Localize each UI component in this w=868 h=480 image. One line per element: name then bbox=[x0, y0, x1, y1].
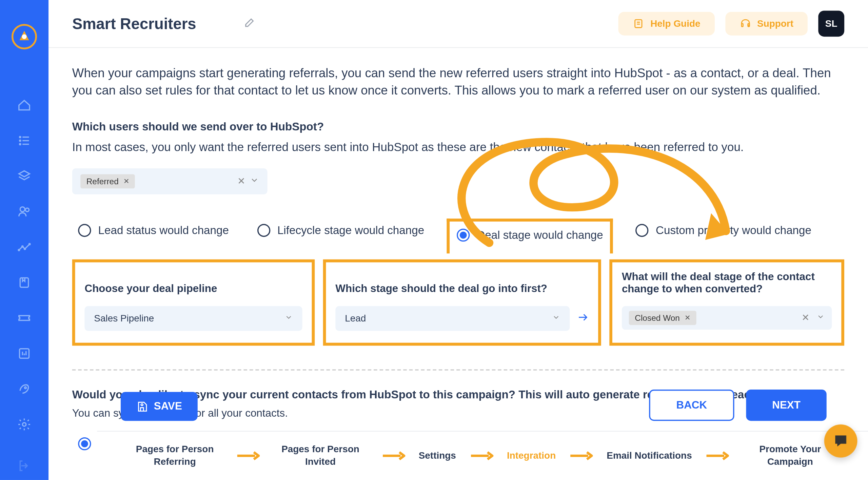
radio-icon bbox=[457, 229, 470, 242]
config-row: Choose your deal pipeline Sales Pipeline… bbox=[72, 259, 844, 346]
step-arrow-icon bbox=[706, 451, 729, 461]
chevron-down-icon bbox=[552, 313, 560, 324]
chat-button[interactable] bbox=[824, 424, 857, 458]
support-label: Support bbox=[757, 18, 793, 29]
layers-icon[interactable] bbox=[16, 168, 33, 185]
step-email-notifications[interactable]: Email Notifications bbox=[607, 450, 692, 462]
pipeline-select[interactable]: Sales Pipeline bbox=[85, 306, 302, 331]
step-promote[interactable]: Promote Your Campaign bbox=[743, 443, 837, 468]
svg-point-4 bbox=[20, 140, 21, 141]
svg-point-26 bbox=[141, 403, 143, 405]
clear-icon[interactable]: ✕ bbox=[237, 176, 245, 187]
step-pages-invited[interactable]: Pages for Person Invited bbox=[273, 443, 368, 468]
arrow-right-icon bbox=[577, 311, 589, 326]
chart-icon[interactable] bbox=[16, 345, 33, 362]
config-title: Choose your deal pipeline bbox=[85, 271, 302, 297]
chip-closed-won: Closed Won ✕ bbox=[629, 311, 696, 325]
logout-icon[interactable] bbox=[16, 458, 33, 474]
stepper: Pages for Person Referring Pages for Per… bbox=[97, 431, 868, 480]
select-value: Lead bbox=[345, 313, 366, 324]
svg-point-11 bbox=[22, 246, 23, 247]
book-icon bbox=[633, 18, 645, 29]
home-icon[interactable] bbox=[16, 97, 33, 113]
step-pages-referring[interactable]: Pages for Person Referring bbox=[127, 443, 222, 468]
chip-remove-icon[interactable]: ✕ bbox=[123, 177, 129, 185]
edit-icon[interactable] bbox=[243, 17, 255, 31]
help-guide-button[interactable]: Help Guide bbox=[618, 12, 714, 36]
save-button[interactable]: SAVE bbox=[121, 392, 197, 421]
chat-icon bbox=[832, 433, 849, 449]
converted-stage-select[interactable]: Closed Won ✕ ✕ bbox=[622, 306, 832, 330]
chevron-down-icon[interactable] bbox=[250, 175, 259, 187]
chevron-down-icon bbox=[284, 313, 293, 324]
header: Smart Recruiters Help Guide Support SL bbox=[48, 0, 868, 48]
config-title: Which stage should the deal go into firs… bbox=[335, 271, 589, 297]
step-settings[interactable]: Settings bbox=[419, 450, 456, 462]
radio-label: Lifecycle stage would change bbox=[277, 224, 424, 237]
chevron-down-icon bbox=[816, 313, 825, 323]
svg-point-12 bbox=[24, 248, 25, 249]
config-pipeline-box: Choose your deal pipeline Sales Pipeline bbox=[72, 259, 315, 346]
app-logo bbox=[11, 24, 37, 50]
users-icon[interactable] bbox=[16, 203, 33, 220]
svg-point-10 bbox=[18, 249, 19, 250]
radio-lifecycle[interactable]: Lifecycle stage would change bbox=[251, 218, 430, 243]
chip-label: Referred bbox=[86, 176, 119, 186]
ticket-icon[interactable] bbox=[16, 310, 33, 326]
step-arrow-icon bbox=[569, 451, 593, 461]
users-section-title: Which users should we send over to HubSp… bbox=[72, 121, 844, 133]
svg-rect-24 bbox=[741, 24, 743, 27]
step-arrow-icon bbox=[236, 451, 259, 461]
back-button[interactable]: BACK bbox=[649, 390, 734, 421]
svg-point-20 bbox=[22, 423, 26, 426]
svg-rect-21 bbox=[635, 20, 642, 27]
sidebar bbox=[0, 0, 48, 480]
radio-icon bbox=[78, 224, 91, 237]
config-first-stage-box: Which stage should the deal go into firs… bbox=[323, 259, 601, 346]
chip-remove-icon[interactable]: ✕ bbox=[685, 314, 690, 322]
step-arrow-icon bbox=[470, 451, 493, 461]
page-title: Smart Recruiters bbox=[72, 15, 196, 33]
avatar[interactable]: SL bbox=[818, 11, 844, 37]
radio-label: Custom property would change bbox=[656, 224, 811, 237]
step-integration[interactable]: Integration bbox=[507, 450, 556, 462]
settings-icon[interactable] bbox=[16, 416, 33, 433]
radio-deal-stage[interactable]: Deal stage would change bbox=[447, 219, 613, 254]
clear-icon[interactable]: ✕ bbox=[802, 312, 809, 324]
svg-point-9 bbox=[25, 208, 29, 211]
list-icon[interactable] bbox=[16, 132, 33, 149]
radio-custom-property[interactable]: Custom property would change bbox=[630, 218, 817, 243]
radio-label: Deal stage would change bbox=[477, 229, 603, 242]
select-value: Sales Pipeline bbox=[94, 313, 154, 324]
radio-icon bbox=[78, 437, 91, 450]
radio-lead-status[interactable]: Lead status would change bbox=[72, 218, 235, 243]
config-converted-stage-box: What will the deal stage of the contact … bbox=[609, 259, 844, 346]
support-button[interactable]: Support bbox=[725, 12, 808, 36]
analytics-icon[interactable] bbox=[16, 239, 33, 255]
change-type-radio-group: Lead status would change Lifecycle stage… bbox=[72, 218, 844, 243]
users-select[interactable]: Referred ✕ ✕ bbox=[72, 168, 268, 194]
rocket-icon[interactable] bbox=[16, 381, 33, 397]
svg-point-2 bbox=[20, 137, 21, 138]
bookmark-icon[interactable] bbox=[16, 274, 33, 291]
svg-point-6 bbox=[20, 144, 21, 145]
chip-referred: Referred ✕ bbox=[80, 174, 135, 188]
intro-text: When your campaigns start generating ref… bbox=[72, 64, 844, 99]
config-title: What will the deal stage of the contact … bbox=[622, 271, 832, 297]
save-label: SAVE bbox=[154, 400, 182, 413]
divider bbox=[72, 369, 844, 370]
svg-point-8 bbox=[20, 207, 25, 212]
first-stage-select[interactable]: Lead bbox=[335, 306, 570, 331]
chip-label: Closed Won bbox=[635, 313, 680, 322]
radio-icon bbox=[636, 224, 649, 237]
svg-rect-14 bbox=[20, 278, 28, 287]
radio-label: Lead status would change bbox=[98, 224, 229, 237]
users-section-sub: In most cases, you only want the referre… bbox=[72, 141, 844, 154]
svg-point-13 bbox=[29, 244, 30, 245]
svg-point-19 bbox=[24, 387, 26, 389]
help-guide-label: Help Guide bbox=[650, 18, 700, 29]
radio-icon bbox=[257, 224, 270, 237]
next-button[interactable]: NEXT bbox=[746, 390, 826, 421]
headset-icon bbox=[739, 18, 751, 29]
save-icon bbox=[136, 400, 148, 412]
